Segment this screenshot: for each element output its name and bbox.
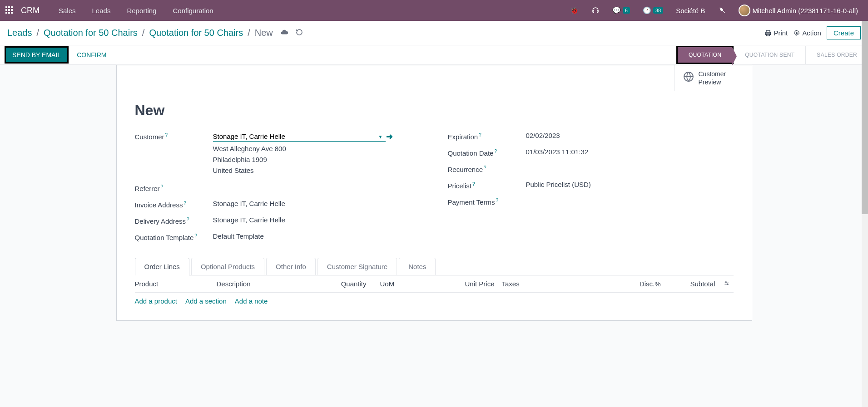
invoice-address-value[interactable]: Stonage IT, Carrie Helle: [213, 200, 421, 207]
expiration-value[interactable]: 02/02/2023: [526, 132, 734, 139]
app-brand[interactable]: CRM: [21, 6, 40, 15]
pricelist-label: Pricelist?: [448, 181, 521, 190]
open-record-icon[interactable]: ➜: [386, 132, 393, 142]
add-row: Add a product Add a section Add a note: [135, 293, 734, 309]
breadcrumb-quotation-2[interactable]: Quotation for 50 Chairs: [149, 28, 243, 38]
svg-point-8: [727, 284, 728, 285]
col-description: Description: [217, 280, 321, 288]
tab-notes[interactable]: Notes: [399, 258, 436, 275]
tab-order-lines[interactable]: Order Lines: [135, 258, 189, 275]
discard-icon[interactable]: [296, 29, 303, 38]
col-unit-price: Unit Price: [412, 280, 502, 288]
quotation-template-value[interactable]: Default Template: [213, 232, 421, 240]
apps-icon[interactable]: [5, 6, 14, 15]
user-name: Mitchell Admin (22381171-16-0-all): [752, 7, 858, 15]
customer-label: Customer?: [135, 132, 208, 141]
support-icon[interactable]: [587, 6, 604, 15]
breadcrumb-sep: /: [142, 28, 145, 38]
add-note-link[interactable]: Add a note: [235, 297, 268, 305]
breadcrumb: Leads / Quotation for 50 Chairs / Quotat…: [0, 21, 868, 45]
add-section-link[interactable]: Add a section: [185, 297, 227, 305]
col-taxes: Taxes: [502, 280, 615, 288]
pricelist-value[interactable]: Public Pricelist (USD): [526, 181, 734, 188]
breadcrumb-current: New: [255, 28, 273, 38]
confirm-button[interactable]: CONFIRM: [69, 46, 114, 64]
chat-badge: 6: [623, 7, 630, 14]
record-title: New: [135, 102, 734, 119]
quotation-date-label: Quotation Date?: [448, 148, 521, 157]
nav-sales[interactable]: Sales: [52, 7, 82, 15]
customer-input[interactable]: [213, 132, 386, 142]
action-button[interactable]: Action: [793, 29, 821, 37]
scrollbar-thumb[interactable]: [862, 21, 868, 214]
tab-other-info[interactable]: Other Info: [266, 258, 316, 275]
user-menu[interactable]: Mitchell Admin (22381171-16-0-all): [734, 5, 863, 16]
breadcrumb-leads[interactable]: Leads: [7, 28, 32, 38]
breadcrumb-quotation-1[interactable]: Quotation for 50 Chairs: [44, 28, 138, 38]
quotation-date-value[interactable]: 01/03/2023 11:01:32: [526, 148, 734, 156]
quotation-template-label: Quotation Template?: [135, 232, 208, 241]
tools-icon[interactable]: [713, 6, 730, 15]
col-discount: Disc.%: [615, 280, 661, 288]
activities-icon[interactable]: 🕐38: [638, 6, 668, 15]
svg-point-3: [796, 32, 798, 34]
send-by-email-button[interactable]: SEND BY EMAIL: [5, 46, 69, 64]
breadcrumb-sep: /: [248, 28, 250, 38]
stage-quotation[interactable]: QUOTATION: [676, 46, 734, 64]
recurrence-label: Recurrence?: [448, 164, 521, 173]
cloud-save-icon[interactable]: [280, 28, 288, 38]
breadcrumb-sep: /: [37, 28, 40, 38]
status-stages: QUOTATION QUOTATION SENT SALES ORDER: [676, 46, 868, 64]
delivery-address-label: Delivery Address?: [135, 216, 208, 225]
tabs: Order Lines Optional Products Other Info…: [135, 258, 734, 275]
form-sheet: Customer Preview New Customer? ▼ ➜: [116, 65, 752, 321]
invoice-address-label: Invoice Address?: [135, 200, 208, 209]
expiration-label: Expiration?: [448, 132, 521, 141]
create-button[interactable]: Create: [827, 26, 861, 39]
activity-badge: 38: [653, 7, 663, 14]
stage-quotation-sent[interactable]: QUOTATION SENT: [734, 46, 805, 64]
col-subtotal: Subtotal: [661, 280, 720, 288]
columns-toggle-icon[interactable]: [720, 280, 734, 288]
customer-address: West Allegheny Ave 800 Philadelphia 1909…: [213, 143, 421, 176]
payment-terms-label: Payment Terms?: [448, 197, 521, 206]
svg-point-7: [725, 282, 726, 283]
delivery-address-value[interactable]: Stonage IT, Carrie Helle: [213, 216, 421, 224]
nav-leads[interactable]: Leads: [86, 7, 117, 15]
nav-reporting[interactable]: Reporting: [120, 7, 163, 15]
dropdown-caret-icon[interactable]: ▼: [378, 134, 383, 139]
topbar: CRM Sales Leads Reporting Configuration …: [0, 0, 868, 21]
add-product-link[interactable]: Add a product: [135, 297, 177, 305]
debug-icon[interactable]: 🐞: [565, 6, 583, 15]
order-lines-header: Product Description Quantity UoM Unit Pr…: [135, 275, 734, 293]
tab-optional-products[interactable]: Optional Products: [191, 258, 264, 275]
tab-customer-signature[interactable]: Customer Signature: [317, 258, 397, 275]
print-button[interactable]: Print: [764, 29, 788, 37]
scrollbar[interactable]: [862, 21, 868, 321]
customer-preview-button[interactable]: Customer Preview: [675, 65, 752, 91]
company-selector[interactable]: Société B: [671, 7, 709, 15]
messaging-icon[interactable]: 💬6: [608, 6, 635, 15]
col-product: Product: [135, 280, 217, 288]
status-bar: SEND BY EMAIL CONFIRM QUOTATION QUOTATIO…: [0, 45, 868, 65]
globe-icon: [683, 71, 694, 85]
stage-sales-order[interactable]: SALES ORDER: [805, 46, 868, 64]
nav-configuration[interactable]: Configuration: [166, 7, 219, 15]
avatar-icon: [739, 5, 750, 16]
referrer-label: Referrer?: [135, 183, 208, 192]
col-uom: UoM: [367, 280, 412, 288]
col-quantity: Quantity: [321, 280, 367, 288]
